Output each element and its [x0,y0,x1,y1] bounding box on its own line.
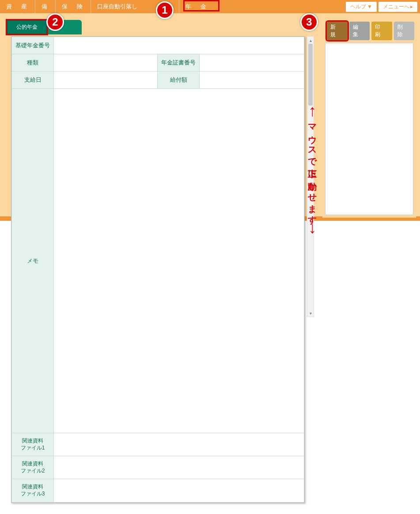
label-file2: 関連資料 ファイル2 [12,456,54,479]
help-label: ヘルプ [350,3,366,11]
help-button[interactable]: ヘルプ ▼ [346,2,377,12]
dropdown-icon: ▼ [367,4,372,10]
field-file1[interactable] [54,433,304,456]
pension-form: 基礎年金番号 種類 年金証書番号 支給日 給付額 メモ 関連資料 ファイル1 関… [11,36,305,503]
arrow-up-icon: ↑ [309,106,317,116]
delete-button[interactable]: 削 除 [394,22,415,40]
scroll-up-button[interactable]: ▴ [307,37,314,44]
sub-tab-row: 公的年金 [7,20,82,34]
sub-tab-public-pension[interactable]: 公的年金 [7,20,47,34]
field-basic-number[interactable] [54,37,304,54]
field-pay-day[interactable] [54,72,158,89]
nav-pension[interactable]: 年 金 [179,0,214,13]
menu-label: メニューへ [383,3,409,11]
scroll-annotation: ↑ マウスで上下に動かせます ↓ [306,106,318,232]
label-basic-number: 基礎年金番号 [12,37,54,54]
chevron-right-icon: ▸ [410,4,413,10]
field-file3[interactable] [54,479,304,502]
top-nav: 資 産 備 保 険 口座自動引落し 年 金 ヘルプ ▼ メニューへ ▸ [0,0,420,13]
arrow-down-icon: ↓ [309,223,317,233]
label-type: 種類 [12,54,54,72]
scroll-thumb[interactable] [308,44,313,106]
label-pay-day: 支給日 [12,72,54,89]
record-list[interactable] [325,43,413,215]
form-table: 基礎年金番号 種類 年金証書番号 支給日 給付額 メモ 関連資料 ファイル1 関… [11,37,304,503]
callout-2: 2 [46,13,64,31]
nav-insurance[interactable]: 保 険 [55,0,91,13]
label-file1: 関連資料 ファイル1 [12,433,54,456]
top-right-buttons: ヘルプ ▼ メニューへ ▸ [346,0,420,13]
scroll-down-button[interactable]: ▾ [307,310,314,317]
menu-button[interactable]: メニューへ ▸ [378,2,417,12]
label-cert-number: 年金証書番号 [158,54,200,72]
nav-autodebit[interactable]: 口座自動引落し [91,0,144,13]
callout-3: 3 [300,13,318,31]
label-amount: 給付額 [158,72,200,89]
new-button[interactable]: 新 規 [327,22,348,40]
field-type[interactable] [54,54,158,72]
annotation-text: マウスで上下に動かせます [306,118,318,220]
nav-assets[interactable]: 資 産 [0,0,35,13]
print-button[interactable]: 印 刷 [371,22,392,40]
action-button-row: 新 規 編 集 印 刷 削 除 [322,20,416,43]
field-amount[interactable] [200,72,304,89]
label-file3: 関連資料 ファイル3 [12,479,54,502]
edit-button[interactable]: 編 集 [349,22,370,40]
nav-item-2[interactable]: 備 [35,0,55,13]
field-file2[interactable] [54,456,304,479]
side-panel: 新 規 編 集 印 刷 削 除 [322,20,416,218]
field-cert-number[interactable] [200,54,304,72]
field-memo[interactable] [54,89,304,433]
label-memo: メモ [12,89,54,433]
callout-1: 1 [156,1,174,19]
